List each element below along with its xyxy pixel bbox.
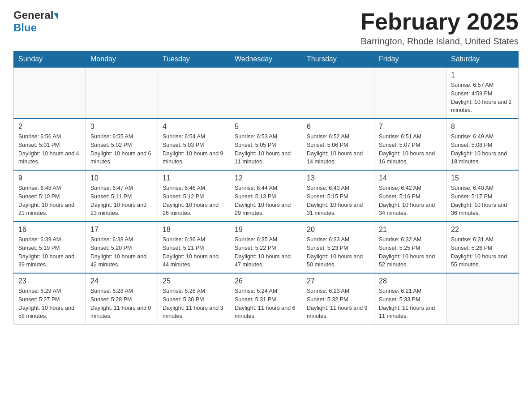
column-header-wednesday: Wednesday [230,51,302,68]
calendar-cell [14,67,86,119]
calendar-cell: 16Sunrise: 6:39 AM Sunset: 5:19 PM Dayli… [14,222,86,273]
calendar-cell: 28Sunrise: 6:21 AM Sunset: 5:33 PM Dayli… [374,273,446,325]
location-title: Barrington, Rhode Island, United States [360,36,519,47]
calendar-cell: 12Sunrise: 6:44 AM Sunset: 5:13 PM Dayli… [230,170,302,222]
calendar-cell [86,67,158,119]
column-header-sunday: Sunday [14,51,86,68]
day-info: Sunrise: 6:23 AM Sunset: 5:32 PM Dayligh… [307,287,369,321]
calendar-cell: 18Sunrise: 6:36 AM Sunset: 5:21 PM Dayli… [158,222,230,273]
day-number: 26 [235,277,297,285]
day-number: 21 [379,226,442,234]
day-info: Sunrise: 6:32 AM Sunset: 5:25 PM Dayligh… [379,235,442,269]
day-number: 5 [235,123,297,131]
day-info: Sunrise: 6:55 AM Sunset: 5:02 PM Dayligh… [90,133,153,166]
day-info: Sunrise: 6:54 AM Sunset: 5:03 PM Dayligh… [163,133,225,166]
calendar-cell: 8Sunrise: 6:49 AM Sunset: 5:08 PM Daylig… [446,119,519,170]
day-number: 3 [90,123,153,131]
column-header-thursday: Thursday [302,51,374,68]
calendar-cell: 17Sunrise: 6:38 AM Sunset: 5:20 PM Dayli… [86,222,158,273]
day-info: Sunrise: 6:39 AM Sunset: 5:19 PM Dayligh… [18,235,81,269]
day-number: 23 [18,277,81,285]
day-number: 13 [307,174,369,182]
day-info: Sunrise: 6:47 AM Sunset: 5:11 PM Dayligh… [90,184,153,218]
day-number: 8 [451,123,514,131]
calendar-cell [302,67,374,119]
calendar-week-row: 23Sunrise: 6:29 AM Sunset: 5:27 PM Dayli… [14,273,519,325]
day-info: Sunrise: 6:26 AM Sunset: 5:30 PM Dayligh… [163,287,225,321]
day-info: Sunrise: 6:52 AM Sunset: 5:06 PM Dayligh… [307,133,369,166]
calendar-cell: 7Sunrise: 6:51 AM Sunset: 5:07 PM Daylig… [374,119,446,170]
calendar-cell: 22Sunrise: 6:31 AM Sunset: 5:26 PM Dayli… [446,222,519,273]
logo-arrow-icon [54,13,58,20]
column-header-saturday: Saturday [446,51,519,68]
calendar-cell [230,67,302,119]
calendar-cell: 3Sunrise: 6:55 AM Sunset: 5:02 PM Daylig… [86,119,158,170]
column-header-monday: Monday [86,51,158,68]
column-header-friday: Friday [374,51,446,68]
day-info: Sunrise: 6:53 AM Sunset: 5:05 PM Dayligh… [235,133,297,166]
day-number: 18 [163,226,225,234]
day-info: Sunrise: 6:29 AM Sunset: 5:27 PM Dayligh… [18,287,81,321]
logo-blue-text: Blue [13,21,37,34]
calendar-cell: 24Sunrise: 6:28 AM Sunset: 5:28 PM Dayli… [86,273,158,325]
calendar-cell: 15Sunrise: 6:40 AM Sunset: 5:17 PM Dayli… [446,170,519,222]
calendar-cell: 23Sunrise: 6:29 AM Sunset: 5:27 PM Dayli… [14,273,86,325]
calendar-cell: 19Sunrise: 6:35 AM Sunset: 5:22 PM Dayli… [230,222,302,273]
day-number: 27 [307,277,369,285]
page-header: General Blue February 2025 Barrington, R… [13,9,519,47]
title-block: February 2025 Barrington, Rhode Island, … [360,9,519,47]
calendar-week-row: 16Sunrise: 6:39 AM Sunset: 5:19 PM Dayli… [14,222,519,273]
day-number: 12 [235,174,297,182]
calendar-cell: 10Sunrise: 6:47 AM Sunset: 5:11 PM Dayli… [86,170,158,222]
day-number: 11 [163,174,225,182]
day-info: Sunrise: 6:40 AM Sunset: 5:17 PM Dayligh… [451,184,514,218]
day-number: 1 [451,71,514,79]
calendar-cell: 2Sunrise: 6:56 AM Sunset: 5:01 PM Daylig… [14,119,86,170]
calendar-cell: 13Sunrise: 6:43 AM Sunset: 5:15 PM Dayli… [302,170,374,222]
calendar-header-row: SundayMondayTuesdayWednesdayThursdayFrid… [14,51,519,68]
day-info: Sunrise: 6:24 AM Sunset: 5:31 PM Dayligh… [235,287,297,321]
day-info: Sunrise: 6:21 AM Sunset: 5:33 PM Dayligh… [379,287,442,321]
calendar-cell [446,273,519,325]
calendar-cell: 27Sunrise: 6:23 AM Sunset: 5:32 PM Dayli… [302,273,374,325]
calendar-cell: 1Sunrise: 6:57 AM Sunset: 4:59 PM Daylig… [446,67,519,119]
day-info: Sunrise: 6:42 AM Sunset: 5:16 PM Dayligh… [379,184,442,218]
day-info: Sunrise: 6:46 AM Sunset: 5:12 PM Dayligh… [163,184,225,218]
day-info: Sunrise: 6:56 AM Sunset: 5:01 PM Dayligh… [18,133,81,166]
day-number: 24 [90,277,153,285]
day-number: 20 [307,226,369,234]
calendar-cell: 5Sunrise: 6:53 AM Sunset: 5:05 PM Daylig… [230,119,302,170]
calendar-week-row: 1Sunrise: 6:57 AM Sunset: 4:59 PM Daylig… [14,67,519,119]
calendar-cell: 11Sunrise: 6:46 AM Sunset: 5:12 PM Dayli… [158,170,230,222]
day-info: Sunrise: 6:48 AM Sunset: 5:10 PM Dayligh… [18,184,81,218]
day-number: 7 [379,123,442,131]
day-info: Sunrise: 6:31 AM Sunset: 5:26 PM Dayligh… [451,235,514,269]
calendar-cell: 6Sunrise: 6:52 AM Sunset: 5:06 PM Daylig… [302,119,374,170]
day-info: Sunrise: 6:36 AM Sunset: 5:21 PM Dayligh… [163,235,225,269]
calendar-week-row: 2Sunrise: 6:56 AM Sunset: 5:01 PM Daylig… [14,119,519,170]
day-info: Sunrise: 6:38 AM Sunset: 5:20 PM Dayligh… [90,235,153,269]
day-number: 4 [163,123,225,131]
day-info: Sunrise: 6:49 AM Sunset: 5:08 PM Dayligh… [451,133,514,166]
calendar-cell [158,67,230,119]
calendar-cell: 14Sunrise: 6:42 AM Sunset: 5:16 PM Dayli… [374,170,446,222]
calendar-week-row: 9Sunrise: 6:48 AM Sunset: 5:10 PM Daylig… [14,170,519,222]
day-number: 15 [451,174,514,182]
calendar-cell: 9Sunrise: 6:48 AM Sunset: 5:10 PM Daylig… [14,170,86,222]
day-info: Sunrise: 6:28 AM Sunset: 5:28 PM Dayligh… [90,287,153,321]
day-number: 28 [379,277,442,285]
month-title: February 2025 [360,9,519,34]
day-info: Sunrise: 6:35 AM Sunset: 5:22 PM Dayligh… [235,235,297,269]
logo-general-text: General [13,9,53,21]
day-number: 10 [90,174,153,182]
day-info: Sunrise: 6:57 AM Sunset: 4:59 PM Dayligh… [451,81,514,115]
day-number: 16 [18,226,81,234]
calendar-cell: 26Sunrise: 6:24 AM Sunset: 5:31 PM Dayli… [230,273,302,325]
day-number: 25 [163,277,225,285]
calendar-table: SundayMondayTuesdayWednesdayThursdayFrid… [13,51,519,325]
day-number: 14 [379,174,442,182]
calendar-cell: 4Sunrise: 6:54 AM Sunset: 5:03 PM Daylig… [158,119,230,170]
day-number: 22 [451,226,514,234]
calendar-cell: 20Sunrise: 6:33 AM Sunset: 5:23 PM Dayli… [302,222,374,273]
calendar-cell: 21Sunrise: 6:32 AM Sunset: 5:25 PM Dayli… [374,222,446,273]
